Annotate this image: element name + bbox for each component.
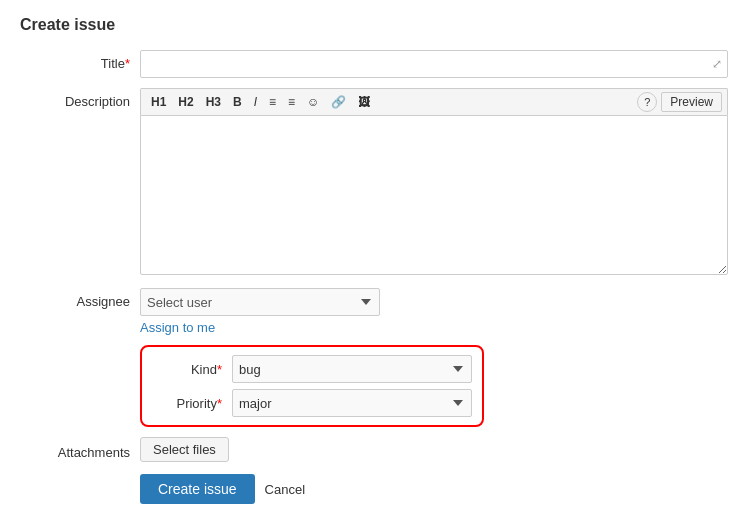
kind-label: Kind* <box>152 362 232 377</box>
bold-button[interactable]: B <box>228 92 247 112</box>
form-actions: Create issue Cancel <box>20 474 728 504</box>
h1-button[interactable]: H1 <box>146 92 171 112</box>
kind-priority-section: Kind* bug enhancement proposal task Prio… <box>20 345 728 427</box>
description-row: Description H1 H2 H3 B I ≡ ≡ ☺ 🔗 🖼 ? Pre… <box>20 88 728 278</box>
title-label: Title* <box>20 50 140 71</box>
description-label: Description <box>20 88 140 109</box>
title-input-wrap: ⤢ <box>140 50 728 78</box>
emoji-button[interactable]: ☺ <box>302 92 324 112</box>
create-issue-button[interactable]: Create issue <box>140 474 255 504</box>
assignee-wrap: Select user Assign to me <box>140 288 728 335</box>
link-button[interactable]: 🔗 <box>326 92 351 112</box>
image-button[interactable]: 🖼 <box>353 92 375 112</box>
attachments-row: Attachments Select files <box>20 437 728 462</box>
assignee-select[interactable]: Select user <box>140 288 380 316</box>
kind-priority-box: Kind* bug enhancement proposal task Prio… <box>140 345 484 427</box>
description-toolbar: H1 H2 H3 B I ≡ ≡ ☺ 🔗 🖼 ? Preview <box>140 88 728 115</box>
help-button[interactable]: ? <box>637 92 657 112</box>
toolbar-right: ? Preview <box>637 92 722 112</box>
priority-label: Priority* <box>152 396 232 411</box>
ol-button[interactable]: ≡ <box>283 92 300 112</box>
italic-button[interactable]: I <box>249 92 262 112</box>
select-files-button[interactable]: Select files <box>140 437 229 462</box>
page-title: Create issue <box>20 16 728 34</box>
h2-button[interactable]: H2 <box>173 92 198 112</box>
h3-button[interactable]: H3 <box>201 92 226 112</box>
title-row: Title* ⤢ <box>20 50 728 78</box>
kind-priority-wrap: Kind* bug enhancement proposal task Prio… <box>140 345 728 427</box>
kind-priority-spacer <box>20 345 140 351</box>
assignee-label: Assignee <box>20 288 140 309</box>
cancel-link[interactable]: Cancel <box>265 482 305 497</box>
preview-button[interactable]: Preview <box>661 92 722 112</box>
attachments-wrap: Select files <box>140 437 728 462</box>
description-textarea[interactable] <box>140 115 728 275</box>
priority-row: Priority* trivial minor major critical b… <box>152 389 472 417</box>
resize-icon: ⤢ <box>712 57 722 71</box>
description-editor-wrap: H1 H2 H3 B I ≡ ≡ ☺ 🔗 🖼 ? Preview <box>140 88 728 278</box>
assignee-row: Assignee Select user Assign to me <box>20 288 728 335</box>
title-input[interactable] <box>140 50 728 78</box>
kind-row: Kind* bug enhancement proposal task <box>152 355 472 383</box>
priority-select[interactable]: trivial minor major critical blocker <box>232 389 472 417</box>
attachments-label: Attachments <box>20 439 140 460</box>
kind-select[interactable]: bug enhancement proposal task <box>232 355 472 383</box>
assign-me-link[interactable]: Assign to me <box>140 320 728 335</box>
ul-button[interactable]: ≡ <box>264 92 281 112</box>
